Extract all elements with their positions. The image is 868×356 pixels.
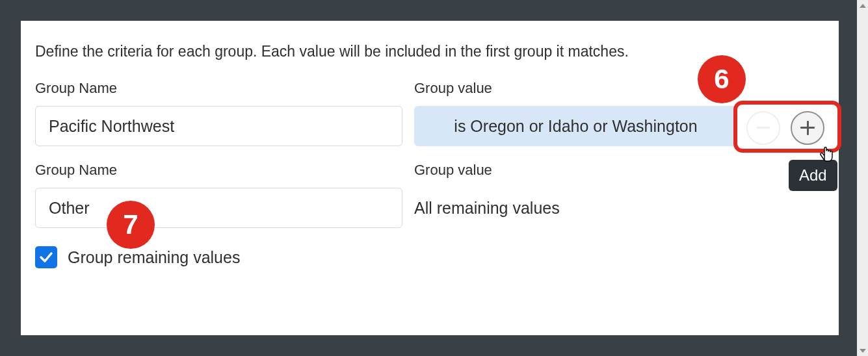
group-remaining-label: Group remaining values: [68, 248, 240, 267]
scroll-up-button[interactable]: [857, 0, 868, 11]
chevron-down-icon: [860, 349, 866, 353]
group-value-static: All remaining values: [414, 188, 824, 228]
add-tooltip: Add: [789, 160, 837, 191]
group-remaining-row: Group remaining values: [35, 246, 824, 268]
group-value-column: Group value All remaining values: [414, 162, 824, 228]
chevron-up-icon: [860, 4, 866, 8]
group-name-input[interactable]: [35, 106, 402, 146]
group-definition-panel: Define the criteria for each group. Each…: [21, 21, 839, 335]
instruction-text: Define the criteria for each group. Each…: [35, 43, 824, 60]
add-group-button[interactable]: [791, 111, 824, 145]
group-value-label: Group value: [414, 162, 824, 179]
group-remaining-checkbox[interactable]: [35, 246, 57, 268]
scroll-down-button[interactable]: [857, 345, 868, 356]
vertical-scrollbar[interactable]: [857, 0, 868, 356]
group-value-pill[interactable]: is Oregon or Idaho or Washington: [414, 106, 737, 146]
group-value-column: Group value is Oregon or Idaho or Washin…: [414, 80, 824, 146]
row-action-buttons: [746, 108, 824, 145]
group-value-label: Group value: [414, 80, 824, 97]
group-name-label: Group Name: [35, 80, 402, 97]
group-row: Group Name Group value All remaining val…: [35, 162, 824, 228]
group-name-label: Group Name: [35, 162, 402, 179]
check-icon: [38, 249, 54, 265]
minus-icon: [757, 127, 770, 129]
group-name-input[interactable]: [35, 188, 402, 228]
group-row: Group Name Group value is Oregon or Idah…: [35, 80, 824, 146]
group-name-column: Group Name: [35, 80, 402, 146]
group-name-column: Group Name: [35, 162, 402, 228]
remove-group-button[interactable]: [746, 111, 780, 145]
